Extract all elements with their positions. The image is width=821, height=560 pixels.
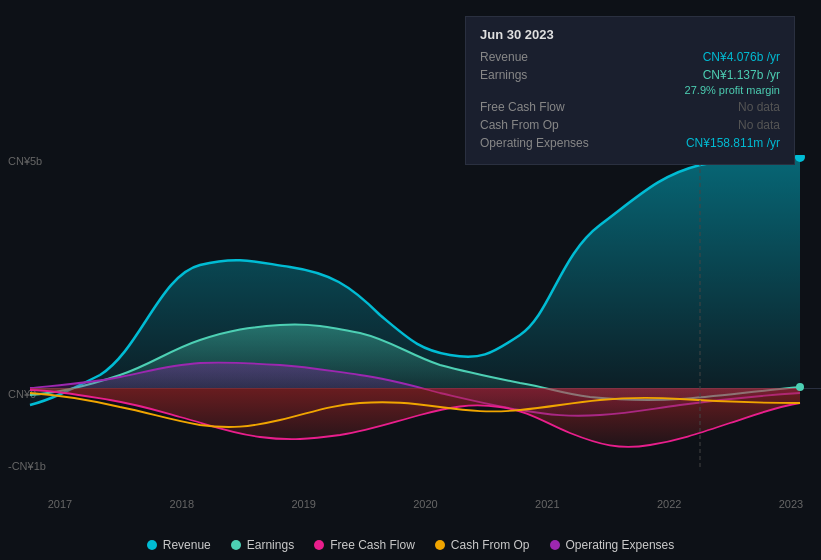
svg-point-2	[796, 383, 804, 391]
x-label-2017: 2017	[30, 498, 90, 510]
tooltip-value-cashfromop: No data	[738, 118, 780, 132]
legend-dot-earnings	[231, 540, 241, 550]
legend-revenue[interactable]: Revenue	[147, 538, 211, 552]
legend-label-revenue: Revenue	[163, 538, 211, 552]
tooltip-box: Jun 30 2023 Revenue CN¥4.076b /yr Earnin…	[465, 16, 795, 165]
tooltip-date: Jun 30 2023	[480, 27, 780, 42]
tooltip-row-fcf: Free Cash Flow No data	[480, 100, 780, 114]
x-label-2021: 2021	[517, 498, 577, 510]
tooltip-value-earnings: CN¥1.137b /yr	[703, 68, 780, 82]
tooltip-label-cashfromop: Cash From Op	[480, 118, 600, 132]
tooltip-label-earnings: Earnings	[480, 68, 600, 82]
legend-fcf[interactable]: Free Cash Flow	[314, 538, 415, 552]
x-label-2023: 2023	[761, 498, 821, 510]
tooltip-label-opex: Operating Expenses	[480, 136, 600, 150]
tooltip-label-fcf: Free Cash Flow	[480, 100, 600, 114]
x-labels: 2017 2018 2019 2020 2021 2022 2023	[30, 492, 821, 510]
x-label-2019: 2019	[274, 498, 334, 510]
profit-margin: 27.9% profit margin	[480, 84, 780, 96]
x-label-2022: 2022	[639, 498, 699, 510]
x-label-2018: 2018	[152, 498, 212, 510]
legend-dot-cashfromop	[435, 540, 445, 550]
legend-earnings[interactable]: Earnings	[231, 538, 294, 552]
legend-label-cashfromop: Cash From Op	[451, 538, 530, 552]
tooltip-row-earnings: Earnings CN¥1.137b /yr	[480, 68, 780, 82]
legend-label-fcf: Free Cash Flow	[330, 538, 415, 552]
legend-dot-revenue	[147, 540, 157, 550]
tooltip-value-revenue: CN¥4.076b /yr	[703, 50, 780, 64]
legend-label-earnings: Earnings	[247, 538, 294, 552]
x-label-2020: 2020	[395, 498, 455, 510]
legend-opex[interactable]: Operating Expenses	[550, 538, 675, 552]
chart-container: Jun 30 2023 Revenue CN¥4.076b /yr Earnin…	[0, 0, 821, 560]
chart-svg	[0, 155, 821, 470]
legend-dot-fcf	[314, 540, 324, 550]
tooltip-value-fcf: No data	[738, 100, 780, 114]
tooltip-row-opex: Operating Expenses CN¥158.811m /yr	[480, 136, 780, 150]
legend: Revenue Earnings Free Cash Flow Cash Fro…	[0, 538, 821, 552]
legend-cashfromop[interactable]: Cash From Op	[435, 538, 530, 552]
tooltip-row-cashfromop: Cash From Op No data	[480, 118, 780, 132]
tooltip-label-revenue: Revenue	[480, 50, 600, 64]
tooltip-row-revenue: Revenue CN¥4.076b /yr	[480, 50, 780, 64]
legend-label-opex: Operating Expenses	[566, 538, 675, 552]
tooltip-value-opex: CN¥158.811m /yr	[686, 136, 780, 150]
legend-dot-opex	[550, 540, 560, 550]
